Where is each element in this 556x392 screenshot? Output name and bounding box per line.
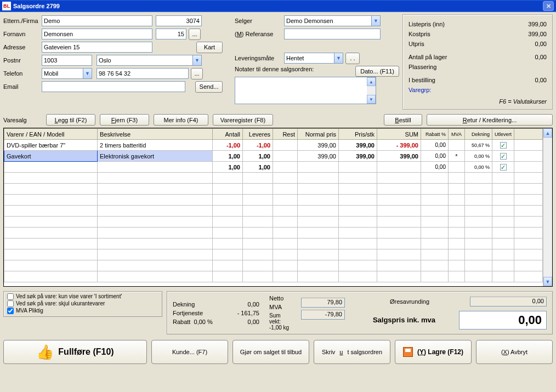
- value-kostpris: 399,00: [528, 29, 547, 39]
- label-email: Email: [3, 83, 42, 90]
- opt-ukurante[interactable]: Ved søk på vare: skjul ukurantevarer: [7, 300, 158, 307]
- save-icon: [403, 347, 413, 357]
- label-listepris: Listepris (inn): [409, 19, 445, 29]
- skrivut-button[interactable]: Skriv ut salgsordren: [314, 340, 390, 364]
- col-leveres[interactable]: Leveres: [243, 129, 273, 140]
- f6-note: F6 = Valutakurser: [409, 98, 547, 105]
- check-icon[interactable]: ✓: [500, 142, 507, 149]
- table-scrollbar[interactable]: ▲ ▼: [543, 128, 552, 286]
- avbryt-button[interactable]: (X) Avbryt: [476, 340, 553, 364]
- table-row[interactable]: [4, 238, 543, 249]
- table-row[interactable]: [4, 206, 543, 217]
- check-icon[interactable]: ✓: [500, 153, 507, 160]
- thumbs-up-icon: 👍: [36, 344, 54, 361]
- col-mva[interactable]: MVA: [449, 129, 465, 140]
- kart-button[interactable]: Kart: [196, 42, 223, 53]
- fornavn-ellipsis-button[interactable]: ...: [189, 29, 201, 40]
- col-rabatt[interactable]: Rabatt %: [421, 129, 449, 140]
- table-row[interactable]: [4, 217, 543, 228]
- send-button[interactable]: Send...: [195, 81, 223, 93]
- value-i-bestilling: 0,00: [535, 75, 547, 85]
- label-netto: Netto: [269, 295, 291, 302]
- leggtil-button[interactable]: Legg til (F2): [46, 114, 95, 126]
- label-leveringsmate: Leveringsmåte: [235, 55, 284, 61]
- window-title: Salgsordre 2799: [13, 3, 60, 9]
- label-rabatt: Rabatt: [173, 319, 190, 325]
- table-row[interactable]: [4, 228, 543, 238]
- table-row[interactable]: [4, 249, 543, 260]
- label-postnr: Postnr: [3, 57, 42, 64]
- value-rabatt-pct: 0,00 %: [194, 319, 213, 325]
- vareregister-button[interactable]: Vareregister (F8): [213, 114, 273, 126]
- lines-table[interactable]: Varenr / EAN / Modell Beskrivelse Antall…: [4, 128, 543, 282]
- telefon-type-select[interactable]: [42, 68, 92, 79]
- opt-sortiment[interactable]: Ved søk på vare: kun vise varer 'I sorti…: [7, 293, 158, 300]
- col-dekning[interactable]: Dekning: [465, 129, 492, 140]
- varegrp-link[interactable]: Varegrp:: [409, 85, 431, 95]
- table-row[interactable]: [4, 184, 543, 195]
- scroll-up-icon[interactable]: ▲: [367, 77, 376, 86]
- telefon-input[interactable]: [97, 68, 189, 79]
- retur-button[interactable]: Retur / Kreditering...: [427, 114, 553, 126]
- label-utpris: Utpris: [409, 39, 424, 49]
- scroll-down-icon[interactable]: ▼: [367, 95, 376, 104]
- close-icon[interactable]: ✕: [543, 1, 554, 11]
- col-normalpris[interactable]: Normal pris: [298, 129, 339, 140]
- table-row[interactable]: 1,001,000,000,00 %✓: [4, 162, 543, 173]
- table-row[interactable]: [4, 195, 543, 206]
- table-row[interactable]: [4, 173, 543, 184]
- email-input[interactable]: [42, 81, 185, 92]
- poststed-select[interactable]: [97, 55, 202, 66]
- value-oresavrunding: 0,00: [470, 297, 547, 306]
- col-sum[interactable]: SUM: [377, 129, 421, 140]
- adresse-input[interactable]: [42, 42, 152, 53]
- dato-button[interactable]: Dato... (F11): [355, 66, 399, 77]
- table-row[interactable]: GavekortElektronisk gavekort1,001,00399,…: [4, 151, 543, 162]
- tilbud-button[interactable]: Gjør om salget til tilbud: [232, 340, 309, 364]
- leveringsmate-select[interactable]: [284, 53, 343, 64]
- etternavn-input[interactable]: [42, 15, 152, 26]
- col-rest[interactable]: Rest: [273, 129, 298, 140]
- col-prisstk[interactable]: Pris/stk: [339, 129, 377, 140]
- notes-textarea[interactable]: ▲ ▼: [235, 77, 376, 104]
- telefon-ellipsis-button[interactable]: ...: [191, 68, 203, 79]
- label-varesalg: Varesalg: [3, 117, 42, 123]
- opt-mvapliktig[interactable]: MVA Pliktig: [7, 307, 158, 314]
- leveringsmate-ellipsis-button[interactable]: . .: [345, 53, 360, 64]
- fornavn-input[interactable]: [42, 29, 152, 39]
- value-salgspris: 0,00: [459, 311, 547, 329]
- scrollbar[interactable]: ▲ ▼: [367, 77, 376, 104]
- scroll-up-icon[interactable]: ▲: [543, 128, 552, 138]
- table-row[interactable]: [4, 260, 543, 271]
- label-selger: Selger: [235, 18, 284, 24]
- value-antall-lager: 0,00: [535, 52, 547, 62]
- col-antall[interactable]: Antall: [213, 129, 243, 140]
- label-dekning: Dekning: [173, 301, 217, 308]
- check-icon[interactable]: ✓: [500, 164, 507, 171]
- col-utlevert[interactable]: Utlevert: [492, 129, 514, 140]
- label-kostpris: Kostpris: [409, 29, 430, 39]
- referanse-input[interactable]: [284, 29, 381, 39]
- col-beskrivelse[interactable]: Beskrivelse: [98, 129, 213, 140]
- label-fornavn: Fornavn: [3, 31, 42, 37]
- label-telefon: Telefon: [3, 70, 42, 77]
- totals-panel: Dekning Fortjeneste Rabatt 0,00 % 0,00 -…: [167, 291, 553, 334]
- label-antall-lager: Antall på lager: [409, 52, 447, 62]
- selger-select[interactable]: [284, 15, 381, 26]
- lagre-button[interactable]: (Y) Lagre (F12): [395, 340, 472, 364]
- fornavn-no-input[interactable]: [156, 29, 186, 39]
- label-salgspris: Salgspris ink. mva: [355, 316, 453, 324]
- kunde-button[interactable]: Kunde... (F7): [151, 340, 228, 364]
- label-sumvekt: Sum vekt: -1,00 kg: [269, 313, 291, 331]
- postnr-input[interactable]: [42, 55, 92, 66]
- value-rabatt: 0,00: [226, 319, 259, 325]
- scroll-down-icon[interactable]: ▼: [543, 277, 552, 286]
- fullfore-button[interactable]: 👍 Fullføre (F10): [3, 340, 147, 364]
- merinfo-button[interactable]: Mer info (F4): [154, 114, 208, 126]
- bestill-button[interactable]: Bestill: [384, 114, 422, 126]
- table-row[interactable]: [4, 271, 543, 282]
- fjern-button[interactable]: Fjern (F3): [100, 114, 149, 126]
- table-row[interactable]: DVD-spiller bærbar 7"2 timers batteritid…: [4, 140, 543, 151]
- col-varenr[interactable]: Varenr / EAN / Modell: [4, 129, 98, 140]
- custno-input[interactable]: [156, 15, 202, 26]
